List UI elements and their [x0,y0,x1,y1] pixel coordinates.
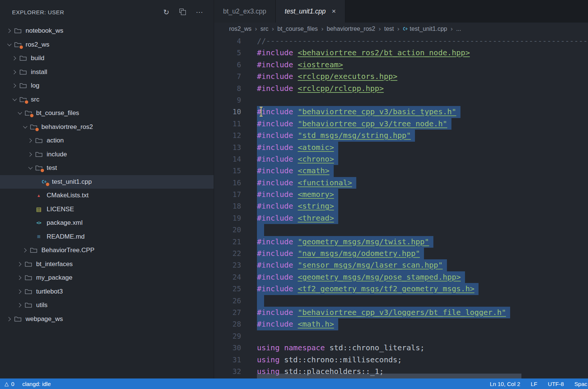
tree-item-test[interactable]: test [0,161,214,175]
tree-item-bt_interfaces[interactable]: bt_interfaces [0,257,214,271]
code-line-17: 17#include <memory> [214,189,588,200]
chevron-right-icon[interactable] [5,29,13,32]
file-tree: notebook_wsros2_wsbuildinstalllogsrcbt_c… [0,24,214,326]
folder-icon [18,69,27,76]
tree-item-action[interactable]: action [0,134,214,148]
folder-icon [13,27,22,34]
tab-label: test_unit1.cpp [285,8,326,15]
tree-item-include[interactable]: include [0,148,214,162]
chevron-down-icon[interactable] [26,167,34,169]
code-editor[interactable]: 4//-------------------------------------… [214,35,588,378]
tree-item-my_package[interactable]: my_package [0,271,214,285]
folder-icon [13,41,22,48]
chevron-right-icon[interactable] [11,57,18,60]
tree-item-notebook_ws[interactable]: notebook_ws [0,24,214,38]
breadcrumb-item-test_unit1.cpp[interactable]: C+test_unit1.cpp [403,26,447,32]
tree-item-log[interactable]: log [0,79,214,93]
chevron-right-icon[interactable] [11,84,18,87]
tree-item-README.md[interactable]: ≡README.md [0,230,214,244]
horizontal-scrollbar[interactable] [257,374,521,378]
code-line-31: 31using std::chrono::milliseconds; [214,354,588,366]
tree-item-install[interactable]: install [0,65,214,79]
more-actions-button[interactable]: ··· [191,8,208,16]
cpp-file-icon: C+ [403,26,407,32]
tree-item-bt_course_files[interactable]: bt_course_files [0,106,214,120]
eol-indicator[interactable]: LF [531,381,538,387]
refresh-explorer-button[interactable]: ↻ [158,8,175,17]
line-number: 13 [214,142,241,153]
tree-item-build[interactable]: build [0,51,214,65]
tree-item-turtlebot3[interactable]: turtlebot3 [0,285,214,299]
xml-file-icon: <> [34,219,43,226]
line-number: 5 [214,47,241,59]
folder-icon [18,96,27,103]
code-text: #include "geometry_msgs/msg/twist.hpp" [257,236,433,248]
chevron-right-icon[interactable] [16,304,24,307]
tree-item-ros2_ws[interactable]: ros2_ws [0,38,214,52]
chevron-down-icon[interactable] [5,44,13,45]
cursor-position[interactable]: Ln 10, Col 2 [490,381,520,387]
tree-item-src[interactable]: src [0,93,214,107]
code-lines: 4//-------------------------------------… [214,35,588,377]
warning-icon[interactable]: △ [5,381,9,387]
tab-test_unit1.cpp[interactable]: test_unit1.cpp× [276,0,345,23]
chevron-right-icon[interactable] [5,318,13,321]
tab-bt_u2_ex3.cpp[interactable]: bt_u2_ex3.cpp [214,0,276,23]
code-text: #include <geometry_msgs/msg/pose_stamped… [257,271,465,283]
line-number: 10 [214,106,241,118]
line-number: 25 [214,283,241,295]
code-line-30: 30using namespace std::chrono_literals; [214,342,588,354]
breadcrumb-item-test[interactable]: test [384,26,394,32]
chevron-down-icon[interactable] [21,126,29,128]
code-line-12: 12#include "std_msgs/msg/string.hpp" [214,130,588,141]
chevron-right-icon[interactable] [16,276,24,279]
chevron-right-icon[interactable] [21,249,29,252]
collapse-folders-button[interactable] [175,8,191,16]
breadcrumb-item-...[interactable]: ... [456,26,461,32]
license-file-icon: ▤ [34,206,43,213]
tree-item-test_unit1.cpp[interactable]: C+test_unit1.cpp [0,175,214,189]
tree-item-label: ros2_ws [26,41,49,48]
folder-icon [24,302,33,309]
tree-item-package.xml[interactable]: <>package.xml [0,216,214,230]
explorer-header: EXPLORER: USER ↻ ··· [0,0,214,24]
breadcrumb-item-ros2_ws[interactable]: ros2_ws [229,26,252,32]
problems-count[interactable]: 0 [11,381,14,387]
code-text: #include <tf2_geometry_msgs/tf2_geometry… [257,283,479,295]
chevron-right-icon[interactable] [26,139,34,142]
cpp-file-icon: C+ [40,179,49,185]
code-text: using namespace std::chrono_literals; [257,342,425,354]
tree-item-LICENSE[interactable]: ▤LICENSE [0,203,214,216]
tree-item-CMakeLists.txt[interactable]: ▲CMakeLists.txt [0,189,214,203]
code-text: #include <rclcpp/rclcpp.hpp> [257,83,384,94]
tree-item-BehaviorTree.CPP[interactable]: BehaviorTree.CPP [0,244,214,257]
chevron-right-icon[interactable] [16,263,24,266]
breadcrumb-item-src[interactable]: src [260,26,268,32]
encoding-indicator[interactable]: UTF-8 [548,381,564,387]
chevron-right-icon[interactable] [11,71,18,74]
code-text [257,295,264,307]
folder-icon [24,274,33,281]
chevron-right-icon[interactable] [26,153,34,156]
chevron-down-icon[interactable] [11,99,18,100]
code-line-9: 9 [214,94,588,106]
code-text [257,224,264,236]
code-line-27: 27#include "behaviortree_cpp_v3/loggers/… [214,307,588,318]
tree-item-webpage_ws[interactable]: webpage_ws [0,312,214,326]
chevron-right-icon[interactable] [16,290,24,293]
close-tab-icon[interactable]: × [332,7,336,15]
breadcrumb-label: ros2_ws [229,26,252,32]
line-number: 24 [214,271,241,283]
tree-item-behaviortree_ros2[interactable]: behaviortree_ros2 [0,120,214,134]
breadcrumb-item-behaviortree_ros2[interactable]: behaviortree_ros2 [327,26,375,32]
breadcrumb-item-bt_course_files[interactable]: bt_course_files [277,26,318,32]
clangd-status[interactable]: clangd: idle [22,381,51,387]
chevron-down-icon[interactable] [16,112,24,114]
tree-item-label: install [31,68,47,76]
code-line-15: 15#include <cmath> [214,165,588,177]
tree-item-utils[interactable]: utils [0,298,214,312]
code-text: #include "behaviortree_cpp_v3/loggers/bt… [257,307,510,318]
indentation-indicator[interactable]: Spac [574,381,587,387]
folder-icon [29,124,38,130]
folder-icon [24,261,33,268]
